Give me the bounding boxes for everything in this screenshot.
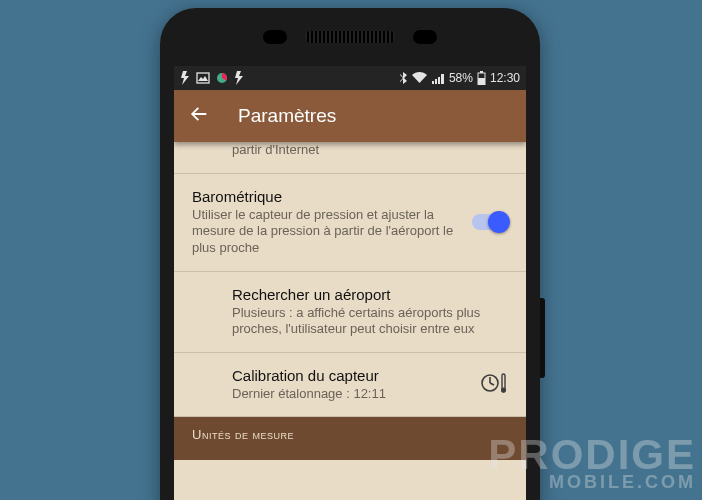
row-sensor-calibration[interactable]: Calibration du capteur Dernier étalonnag… <box>174 353 526 418</box>
clock-text: 12:30 <box>490 71 520 85</box>
app-bar: Paramètres <box>174 90 526 142</box>
flash-icon <box>180 71 190 85</box>
svg-line-7 <box>490 383 494 385</box>
arrow-left-icon <box>188 103 210 125</box>
row-title: Calibration du capteur <box>232 367 470 384</box>
back-button[interactable] <box>188 103 210 129</box>
bluetooth-icon <box>399 71 408 85</box>
calibration-icon <box>480 371 508 399</box>
settings-list[interactable]: partir d'Internet Barométrique Utiliser … <box>174 142 526 460</box>
barometric-toggle[interactable] <box>472 214 508 230</box>
signal-icon <box>431 72 445 84</box>
pie-icon <box>216 72 228 84</box>
wifi-icon <box>412 72 427 84</box>
screen: 58% 12:30 Paramètres partir d'Internet B… <box>174 66 526 500</box>
section-units-header: Unités de mesure <box>174 417 526 460</box>
phone-sensor <box>413 30 437 44</box>
svg-rect-4 <box>478 78 485 85</box>
phone-speaker <box>305 31 395 43</box>
phone-sensor <box>263 30 287 44</box>
svg-point-9 <box>501 387 506 392</box>
row-search-airport[interactable]: Rechercher un aéroport Plusieurs : a aff… <box>174 272 526 353</box>
battery-icon <box>477 71 486 85</box>
phone-speaker-area <box>160 30 540 44</box>
row-subtitle: partir d'Internet <box>232 142 498 159</box>
phone-frame: 58% 12:30 Paramètres partir d'Internet B… <box>160 8 540 500</box>
svg-rect-0 <box>197 73 209 83</box>
page-title: Paramètres <box>238 105 336 127</box>
battery-percent: 58% <box>449 71 473 85</box>
row-subtitle: Plusieurs : a affiché certains aéroports… <box>232 305 498 338</box>
status-bar: 58% 12:30 <box>174 66 526 90</box>
image-icon <box>196 72 210 84</box>
row-title: Barométrique <box>192 188 462 205</box>
toggle-knob <box>488 211 510 233</box>
row-barometric[interactable]: Barométrique Utiliser le capteur de pres… <box>174 174 526 272</box>
row-subtitle: Utiliser le capteur de pression et ajust… <box>192 207 462 257</box>
row-internet-source[interactable]: partir d'Internet <box>174 142 526 174</box>
row-subtitle: Dernier étalonnage : 12:11 <box>232 386 470 403</box>
row-title: Rechercher un aéroport <box>232 286 498 303</box>
flash-icon <box>234 71 244 85</box>
phone-side-button <box>540 298 545 378</box>
